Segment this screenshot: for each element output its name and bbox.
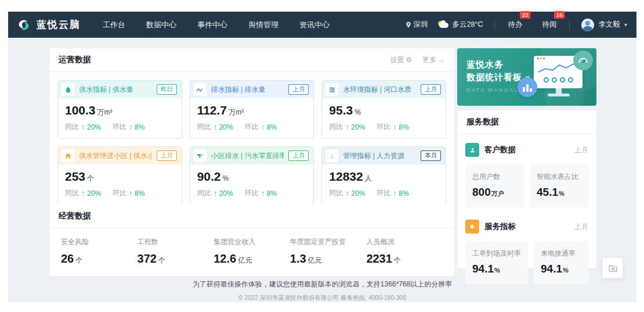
location-pin-icon [406, 21, 411, 28]
up-arrow-icon: ↑ [214, 189, 217, 198]
weather-label: 多云28°C [453, 20, 483, 30]
business-stats: 安全风险 26个 工程数 372个 集团营业收入 12.6亿元 年度固定资产投资… [49, 228, 454, 276]
menu-item-opinion-mgmt[interactable]: 舆情管理 [248, 20, 278, 30]
stat-projects: 工程数 372个 [138, 237, 214, 266]
wave-icon [194, 83, 207, 96]
water-drop-icon [61, 83, 74, 96]
user-name: 李文毅 [598, 20, 620, 30]
todo-button[interactable]: 待办 22 [506, 20, 523, 30]
stat-annual-investment: 年度固定资产投资 1.3亿元 [290, 237, 367, 266]
service-data-panel: 服务数据 客户数据 上月 总用户数 800万户 智能水表占比 45.1% [457, 110, 596, 268]
period-badge: 上月 [421, 84, 441, 95]
to-read-label: 待阅 [542, 20, 556, 28]
quick-links-button[interactable] [602, 257, 623, 278]
card-title: 管理指标 | 人力资源 [343, 151, 416, 161]
stat-call-answer-rate: 来电接通率 94.1% [534, 241, 588, 284]
period-badge: 上月 [288, 84, 309, 95]
metric-unit: 个 [87, 174, 94, 182]
up-arrow-icon: ↑ [81, 123, 85, 131]
settings-button[interactable]: 设置 ⚙ [390, 55, 412, 65]
stat-smart-meter-ratio: 智能水表占比 45.1% [530, 164, 588, 207]
to-read-button[interactable]: 待阅 16 [541, 20, 558, 30]
avatar [581, 19, 594, 31]
service-indicator-header: ★ 服务指标 上月 [457, 211, 596, 234]
business-panel: 经营数据 安全风险 26个 工程数 372个 集团营业收入 12.6亿元 年度固… [49, 205, 454, 276]
menu-item-info-center[interactable]: 资讯中心 [299, 20, 330, 30]
bar-chart-icon [518, 77, 537, 97]
location: 深圳 [406, 20, 428, 30]
service-period: 上月 [574, 222, 588, 232]
card-human-resources: 管理指标 | 人力资源 本月 12832人 同比↑20% 环比↑8% [321, 146, 446, 205]
metric-value: 100.3万m³ [65, 103, 175, 117]
main-content: 运营数据 设置 ⚙ 更多 → [8, 38, 636, 302]
chevron-down-icon: ▾ [624, 21, 627, 28]
waves-icon: ≋ [325, 83, 338, 96]
metric-value: 112.7万m³ [197, 103, 307, 117]
stat-arrival-rate: 工单到场及时率 94.1% [465, 241, 528, 284]
weather: 多云28°C [437, 20, 483, 30]
period-badge: 上月 [157, 150, 177, 161]
card-community-supply: 供水管理进小区 | 供水小区量 上月 253个 同比↑20% 环比↑8% [57, 146, 182, 205]
metric-unit: 万m³ [229, 108, 244, 116]
house-icon [61, 149, 74, 162]
metric-unit: % [223, 174, 229, 182]
card-title: 排水指标 | 排水量 [211, 85, 284, 95]
period-badge: 昨日 [157, 84, 177, 95]
data-dashboard-banner[interactable]: 蓝悦水务 数据统计看板 » DATA MANUAL [457, 48, 596, 106]
up-arrow-icon: ↑ [345, 189, 349, 198]
metric-value: 253个 [65, 170, 175, 184]
monitor-stand [556, 88, 562, 94]
brand-logo-icon [16, 17, 31, 33]
metric-cards-grid: 供水指标 | 供水量 昨日 100.3万m³ 同比↑20% 环比↑8% [49, 72, 454, 213]
up-arrow-icon: ↑ [393, 123, 396, 131]
line-chart-icon [537, 60, 579, 76]
customer-period: 上月 [574, 145, 588, 155]
service-data-header: 服务数据 [457, 110, 596, 134]
up-arrow-icon: ↑ [393, 189, 396, 198]
menu-item-workbench[interactable]: 工作台 [103, 20, 125, 30]
up-arrow-icon: ↑ [345, 123, 349, 131]
window-dots-icon [537, 58, 545, 59]
metric-trend: 同比↑20% 环比↑8% [197, 188, 307, 198]
card-water-environment: ≋ 水环境指标 | 河口水质 上月 95.3% 同比↑20% 环比↑8% [321, 80, 446, 139]
card-title: 供水指标 | 供水量 [79, 85, 152, 95]
metric-trend: 同比↑20% 环比↑8% [65, 122, 175, 132]
up-arrow-icon: ↑ [261, 189, 265, 198]
card-title: 供水管理进小区 | 供水小区量 [79, 151, 152, 161]
menu-item-event-center[interactable]: 事件中心 [197, 20, 227, 30]
monitor-base [548, 94, 570, 96]
donut-charts-icon [537, 77, 579, 83]
metric-trend: 同比↑20% 环比↑8% [329, 122, 439, 132]
todo-label: 待办 [508, 20, 522, 28]
metric-value: 95.3% [329, 103, 439, 117]
period-badge: 本月 [421, 150, 441, 161]
metric-trend: 同比↑20% 环比↑8% [197, 122, 307, 132]
operations-panel: 运营数据 设置 ⚙ 更多 → [49, 48, 454, 213]
card-title: 小区排水 | 污水零直排率 [211, 151, 284, 161]
footer-copyright: © 2022 深圳市蓝凌软件股份有限公司 服务热线: 4000-180-300 [8, 294, 636, 302]
gear-icon: ⚙ [406, 56, 412, 64]
cloudy-weather-icon [437, 21, 449, 29]
metric-unit: % [354, 108, 361, 116]
metric-unit: 人 [365, 174, 372, 182]
customer-data-header: 客户数据 上月 [457, 134, 596, 157]
business-title: 经营数据 [59, 211, 91, 221]
top-navbar: 蓝悦云脑 工作台 数据中心 事件中心 舆情管理 资讯中心 深圳 多云28°C 待… [8, 12, 636, 38]
user-menu[interactable]: 李文毅 ▾ [581, 19, 627, 31]
star-icon: ★ [465, 220, 479, 234]
menu-item-data-center[interactable]: 数据中心 [146, 20, 176, 30]
stat-safety-risk: 安全风险 26个 [61, 237, 138, 266]
footer-browser-hint: 为了获得最佳操作体验，建议您使用最新版本的浏览器，支持1366*768以上的分辨… [8, 279, 636, 289]
settings-label: 设置 [390, 55, 404, 65]
service-data-title: 服务数据 [466, 117, 499, 127]
stat-personnel: 人员概况 2231个 [366, 237, 443, 266]
up-arrow-icon: ↑ [129, 123, 132, 131]
people-icon [325, 149, 338, 162]
arrow-right-icon: → [438, 56, 445, 64]
folder-link-icon [608, 263, 618, 273]
service-indicator-title: 服务指标 [484, 221, 574, 232]
page-footer: 为了获得最佳操作体验，建议您使用最新版本的浏览器，支持1366*768以上的分辨… [8, 279, 636, 302]
up-arrow-icon: ↑ [81, 189, 85, 198]
todo-count-badge: 22 [520, 11, 531, 19]
more-button[interactable]: 更多 → [422, 55, 445, 65]
